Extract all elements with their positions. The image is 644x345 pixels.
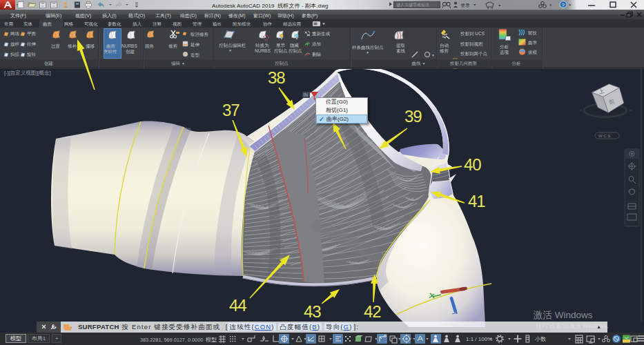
svg-text:W C S: W C S xyxy=(598,134,610,138)
svg-text:?: ? xyxy=(562,2,565,8)
svg-text:IN: IN xyxy=(304,92,309,97)
svg-text:登录: 登录 xyxy=(460,3,470,8)
svg-text:1:1 / 100%: 1:1 / 100% xyxy=(466,336,492,342)
svg-text:小数: 小数 xyxy=(535,336,546,342)
svg-text:激活 Windows: 激活 Windows xyxy=(533,310,593,320)
